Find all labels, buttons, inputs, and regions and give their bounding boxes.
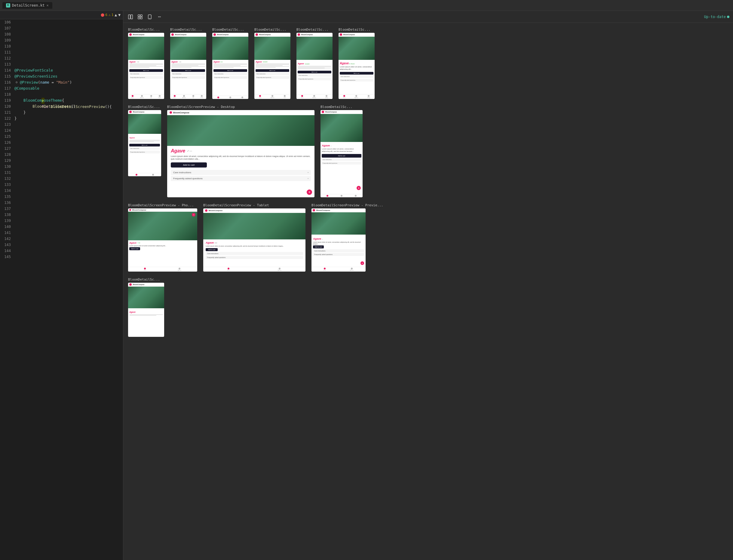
preview-card-7: BloomDetailSc... BloomCompose Agave Add … <box>128 105 161 176</box>
settings-gear-icon[interactable]: ⚙ <box>14 80 19 85</box>
preview-row-3: BloomDetailScreenPreview - Pho... BloomC… <box>128 203 728 272</box>
grid-view-icon[interactable] <box>137 13 144 20</box>
error-count: 6 <box>105 13 107 17</box>
preview-card-3: BloomDetailSc... BloomCompose Agave ▸▸▸▸ <box>212 28 248 99</box>
preview-thumbnail-bottom[interactable]: BloomCompose Agave <box>128 283 164 337</box>
preview-title-1: BloomDetailSc... <box>128 28 164 32</box>
preview-thumbnail-desktop[interactable]: BloomCompose Agave ✓— Lorem ipsum dolor … <box>167 110 315 197</box>
code-editor-content: 106107108109110 111112113114115 11611711… <box>0 19 123 560</box>
preview-thumbnail-phone[interactable]: BloomCompose + Agave ✓ ▸▸ Lorem ipsum do… <box>128 208 197 272</box>
nav-up-button[interactable]: ▲ <box>115 13 117 17</box>
code-text: @PreviewFontScale @PreviewScreenSizes ⚙ … <box>14 19 123 260</box>
preview-thumbnail-1[interactable]: BloomCompose Agave ✓ ▸▸▸ <box>128 33 164 99</box>
preview-title-tablet: BloomDetailScreenPreview - Tablet <box>203 203 306 207</box>
more-options-icon[interactable]: ⋯ <box>156 13 163 20</box>
preview-card-bottom: BloomDetailSc... BloomCompose Agave <box>128 278 164 337</box>
code-toolbar: ⬤ 6 ⚠ 1 ▲ ▼ <box>0 11 123 19</box>
status-text: Up-to-date <box>704 15 726 19</box>
preview-thumbnail-7[interactable]: BloomCompose Agave Add to cart Care inst… <box>128 110 161 176</box>
tab-close-button[interactable]: × <box>46 3 48 8</box>
error-icon: ⬤ <box>101 13 104 17</box>
preview-thumbnail-6[interactable]: BloomCompose Agave In Stock Lorem ipsum … <box>339 33 374 99</box>
svg-rect-1 <box>131 15 133 19</box>
svg-rect-3 <box>140 15 142 17</box>
preview-title-phone: BloomDetailScreenPreview - Pho... <box>128 203 197 207</box>
preview-card-1: BloomDetailSc... BloomCompose Agave ✓ ▸▸… <box>128 28 164 99</box>
preview-toolbar: ⋯ Up-to-date <box>123 11 733 23</box>
warning-count: 1 <box>112 13 114 17</box>
preview-title-6: BloomDetailSc... <box>339 28 374 32</box>
preview-title-tablet2: BloomDetailScreenPreview - Previe... <box>312 203 383 207</box>
main-layout: ⬤ 6 ⚠ 1 ▲ ▼ 106107108109110 111112113114… <box>0 11 733 560</box>
code-editor-panel: ⬤ 6 ⚠ 1 ▲ ▼ 106107108109110 111112113114… <box>0 11 123 560</box>
svg-rect-5 <box>140 17 142 19</box>
preview-card-phone: BloomDetailScreenPreview - Pho... BloomC… <box>128 203 197 272</box>
warning-badge: ⚠ 1 <box>109 13 113 17</box>
preview-toolbar-icons: ⋯ <box>127 13 163 20</box>
preview-card-tablet2: BloomDetailScreenPreview - Previe... Blo… <box>312 203 383 272</box>
device-view-icon[interactable] <box>146 13 153 20</box>
preview-card-2: BloomDetailSc... BloomCompose Agave ✓ ▸▸… <box>170 28 206 99</box>
preview-title-5: BloomDetailSc... <box>297 28 333 32</box>
error-badge: ⬤ 6 <box>101 13 107 17</box>
preview-title-4: BloomDetailSc... <box>254 28 291 32</box>
status-dot <box>727 16 729 18</box>
preview-thumbnail-4[interactable]: BloomCompose Agave in stock <box>254 33 291 99</box>
preview-thumbnail-8[interactable]: BloomCompose Agave — Lorem ipsum dolor s… <box>321 110 363 197</box>
preview-card-6: BloomDetailSc... BloomCompose Agave In S… <box>339 28 374 99</box>
svg-rect-0 <box>128 15 130 19</box>
tab-detail-screen[interactable]: K DetailScreen.kt × <box>2 2 52 9</box>
preview-title-8: BloomDetailSc... <box>321 105 363 109</box>
preview-row-2: BloomDetailSc... BloomCompose Agave Add … <box>128 105 728 197</box>
preview-card-desktop: BloomDetailScreenPreview - Desktop Bloom… <box>167 105 315 197</box>
svg-rect-2 <box>138 15 140 17</box>
preview-thumbnail-tablet2[interactable]: BloomCompose Agave — Lorem ipsum dolor s… <box>312 208 366 272</box>
svg-point-7 <box>149 18 150 19</box>
preview-title-7: BloomDetailSc... <box>128 105 161 109</box>
preview-thumbnail-tablet[interactable]: BloomCompose Agave ▸▸▸ Lorem ipsum dolor… <box>203 208 306 272</box>
nav-down-button[interactable]: ▼ <box>118 13 121 17</box>
preview-card-4: BloomDetailSc... BloomCompose Agave in s… <box>254 28 291 99</box>
preview-row-4: BloomDetailSc... BloomCompose Agave <box>128 278 728 337</box>
preview-card-8: BloomDetailSc... BloomCompose Agave — Lo… <box>321 105 363 197</box>
tab-bar: K DetailScreen.kt × <box>0 0 733 11</box>
svg-rect-4 <box>138 17 140 19</box>
preview-title-2: BloomDetailSc... <box>170 28 206 32</box>
preview-panel: ⋯ Up-to-date BloomDetailSc... BloomCompo… <box>123 11 733 560</box>
preview-grid-container[interactable]: BloomDetailSc... BloomCompose Agave ✓ ▸▸… <box>123 23 733 560</box>
warning-icon: ⚠ <box>109 13 111 17</box>
line-numbers: 106107108109110 111112113114115 11611711… <box>0 19 14 260</box>
preview-thumbnail-5[interactable]: BloomCompose Agavein stock Add to cart C… <box>297 33 333 99</box>
preview-title-desktop: BloomDetailScreenPreview - Desktop <box>167 105 315 109</box>
preview-thumbnail-2[interactable]: BloomCompose Agave ✓ ▸▸▸ <box>170 33 206 99</box>
preview-title-bottom: BloomDetailSc... <box>128 278 164 282</box>
preview-title-3: BloomDetailSc... <box>212 28 248 32</box>
status-badge: Up-to-date <box>704 15 729 19</box>
preview-row-1: BloomDetailSc... BloomCompose Agave ✓ ▸▸… <box>128 28 728 99</box>
preview-card-5: BloomDetailSc... BloomCompose Agavein st… <box>297 28 333 99</box>
code-lines: 106107108109110 111112113114115 11611711… <box>0 19 123 260</box>
split-view-icon[interactable] <box>127 13 134 20</box>
tab-filename: DetailScreen.kt <box>12 3 45 8</box>
preview-card-tablet: BloomDetailScreenPreview - Tablet BloomC… <box>203 203 306 272</box>
preview-thumbnail-3[interactable]: BloomCompose Agave ▸▸▸▸ <box>212 33 248 99</box>
kotlin-file-icon: K <box>6 3 10 8</box>
